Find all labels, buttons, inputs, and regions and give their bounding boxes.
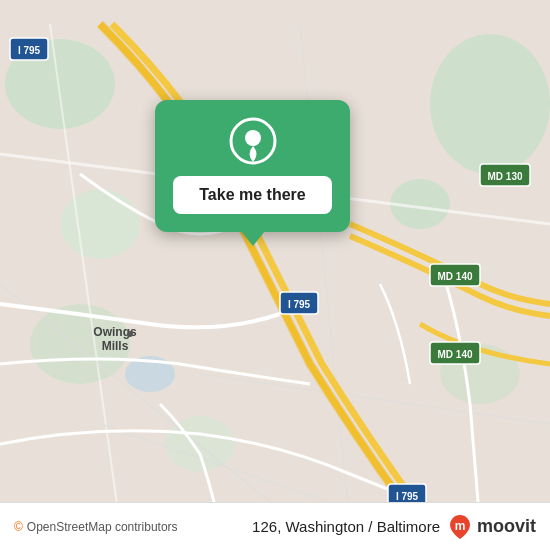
svg-point-3 (60, 189, 140, 259)
svg-text:MD 140: MD 140 (437, 271, 472, 282)
moovit-icon: m (446, 513, 474, 541)
svg-text:I 795: I 795 (18, 45, 41, 56)
svg-text:Mills: Mills (102, 339, 129, 353)
map-svg: I 795 I 795 I 795 MD 140 MD 130 MD 140 I… (0, 0, 550, 550)
copyright-text: OpenStreetMap contributors (27, 520, 178, 534)
svg-point-1 (430, 34, 550, 174)
bottom-right: 126, Washington / Baltimore m moovit (252, 513, 536, 541)
svg-text:I 795: I 795 (288, 299, 311, 310)
take-me-there-button[interactable]: Take me there (173, 176, 332, 214)
svg-point-31 (245, 130, 261, 146)
svg-text:m: m (455, 519, 466, 533)
moovit-logo: m moovit (446, 513, 536, 541)
svg-text:I 795: I 795 (396, 491, 419, 502)
moovit-brand-name: moovit (477, 516, 536, 537)
map-container: I 795 I 795 I 795 MD 140 MD 130 MD 140 I… (0, 0, 550, 550)
location-card: Take me there (155, 100, 350, 232)
bottom-left: © OpenStreetMap contributors (14, 520, 178, 534)
copyright-symbol: © (14, 520, 23, 534)
svg-text:MD 130: MD 130 (487, 171, 522, 182)
svg-text:MD 140: MD 140 (437, 349, 472, 360)
location-label: 126, Washington / Baltimore (252, 518, 440, 535)
bottom-bar: © OpenStreetMap contributors 126, Washin… (0, 502, 550, 550)
svg-point-29 (127, 331, 133, 337)
location-pin-icon (228, 116, 278, 166)
